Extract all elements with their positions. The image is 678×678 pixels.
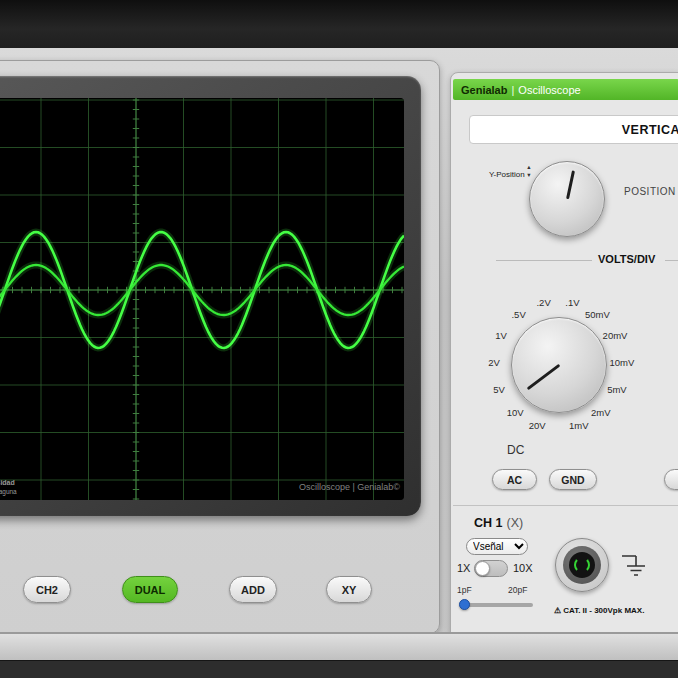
volts-div-option-1mV[interactable]: 1mV: [569, 419, 589, 430]
section-title: VERTICAL: [469, 115, 678, 144]
panel-header: Genialab | Oscilloscope: [453, 79, 678, 100]
volts-div-knob-pointer: [526, 364, 560, 390]
volts-div-option-.1V[interactable]: .1V: [565, 296, 579, 307]
crt-screen: versidad La Laguna Oscilloscope | Genial…: [0, 98, 404, 500]
coupling-button-cutoff[interactable]: [664, 469, 678, 490]
y-position-label: Y-Position: [489, 170, 525, 179]
mode-button-dual[interactable]: DUAL: [122, 576, 178, 603]
brand-name: Genialab: [461, 84, 507, 96]
volts-div-rule-left: [496, 260, 592, 261]
panel-divider: [453, 505, 678, 506]
crt-bezel: versidad La Laguna Oscilloscope | Genial…: [0, 76, 421, 516]
ground-icon: [619, 550, 651, 582]
probe-10x-label: 10X: [513, 562, 533, 574]
probe-1x-label: 1X: [457, 562, 470, 574]
bnc-contact-icon: [574, 557, 590, 573]
browser-top-bar: [0, 0, 678, 49]
mode-button-xy[interactable]: XY: [326, 576, 372, 603]
safety-warning: ⚠CAT. II - 300Vpk MAX.: [554, 606, 644, 615]
y-position-knob-pointer: [566, 170, 575, 199]
chassis-bottom-dark-strip: [0, 660, 678, 678]
volts-div-option-2V[interactable]: 2V: [488, 356, 500, 367]
coupling-value: DC: [507, 443, 524, 457]
volts-div-option-20V[interactable]: 20V: [529, 419, 546, 430]
position-label: POSITION: [624, 186, 676, 197]
volts-div-label: VOLTS/DIV: [598, 253, 655, 265]
channel-label: CH 1(X): [474, 516, 523, 530]
volts-div-option-2mV[interactable]: 2mV: [591, 406, 611, 417]
volts-div-rule-right: [665, 260, 678, 261]
mode-button-ch2[interactable]: CH2: [23, 576, 71, 603]
capacitance-max-label: 20pF: [508, 585, 527, 595]
app-name: Oscilloscope: [518, 84, 580, 96]
y-position-up-icon[interactable]: ▴: [524, 163, 534, 171]
header-separator: |: [511, 84, 514, 96]
volts-div-option-50mV[interactable]: 50mV: [585, 308, 610, 319]
y-position-knob[interactable]: [529, 161, 605, 237]
oscilloscope-app: versidad La Laguna Oscilloscope | Genial…: [0, 0, 678, 678]
y-position-steppers: ▴ ▾: [524, 163, 534, 179]
mode-button-add[interactable]: ADD: [229, 576, 277, 603]
warning-icon: ⚠: [554, 606, 561, 615]
university-watermark: versidad La Laguna: [0, 478, 17, 496]
volts-div-option-20mV[interactable]: 20mV: [603, 329, 628, 340]
capacitance-min-label: 1pF: [457, 585, 472, 595]
coupling-gnd-button[interactable]: GND: [549, 469, 597, 490]
signal-select[interactable]: Vseñal: [466, 538, 528, 555]
brand-watermark: Oscilloscope | Genialab©: [299, 482, 400, 492]
volts-div-knob[interactable]: [511, 317, 607, 413]
vertical-control-panel: Genialab | Oscilloscope VERTICAL Y-Posit…: [450, 72, 678, 634]
volts-div-dial: .2V.1V50mV20mV10mV5mV2mV1mV20V10V5V2V1V.…: [478, 284, 638, 444]
capacitance-slider[interactable]: [461, 603, 533, 607]
capacitance-slider-thumb[interactable]: [459, 599, 470, 610]
scope-screen-svg: [0, 98, 404, 500]
volts-div-option-.2V[interactable]: .2V: [536, 296, 550, 307]
channel-name: CH 1: [474, 516, 502, 530]
channel-axis: (X): [506, 516, 523, 530]
bnc-core: [569, 552, 595, 578]
volts-div-option-5mV[interactable]: 5mV: [607, 384, 627, 395]
probe-toggle[interactable]: [474, 560, 508, 577]
display-panel: versidad La Laguna Oscilloscope | Genial…: [0, 60, 440, 634]
volts-div-option-10V[interactable]: 10V: [507, 406, 524, 417]
volts-div-option-10mV[interactable]: 10mV: [610, 356, 635, 367]
bnc-connector[interactable]: [555, 538, 609, 592]
volts-div-option-.5V[interactable]: .5V: [511, 308, 525, 319]
warning-text: CAT. II - 300Vpk MAX.: [563, 606, 644, 615]
probe-toggle-knob: [475, 561, 490, 576]
chassis-bottom-strip: [0, 634, 678, 660]
volts-div-option-5V[interactable]: 5V: [493, 384, 505, 395]
volts-div-option-1V[interactable]: 1V: [495, 329, 507, 340]
mode-button-row: CH2 DUAL ADD XY: [0, 576, 439, 604]
coupling-ac-button[interactable]: AC: [492, 469, 537, 490]
y-position-down-icon[interactable]: ▾: [524, 171, 534, 179]
